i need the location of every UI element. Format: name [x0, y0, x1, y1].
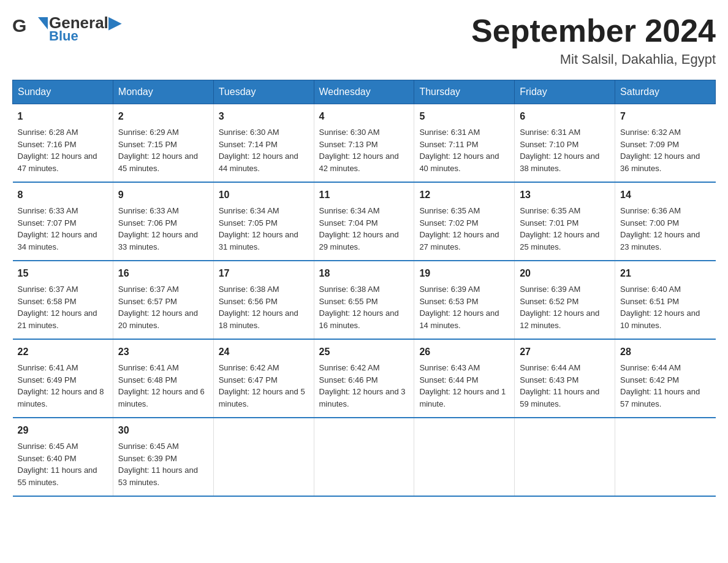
col-sunday: Sunday [13, 80, 113, 104]
daylight-label: Daylight: 12 hours and 33 minutes. [118, 230, 198, 251]
sunset-label: Sunset: 6:48 PM [118, 375, 177, 385]
sunset-label: Sunset: 7:10 PM [520, 140, 578, 149]
sunrise-label: Sunrise: 6:29 AM [118, 128, 179, 137]
calendar-day-cell [515, 418, 615, 496]
page-header: G General▶ Blue September 2024 Mit Salsi… [12, 12, 716, 67]
day-info: Sunrise: 6:33 AM Sunset: 7:07 PM Dayligh… [18, 205, 108, 253]
calendar-day-cell: 25 Sunrise: 6:42 AM Sunset: 6:46 PM Dayl… [314, 339, 414, 418]
sunset-label: Sunset: 7:02 PM [419, 218, 478, 228]
day-number: 5 [419, 109, 509, 124]
sunset-label: Sunset: 7:07 PM [18, 218, 77, 228]
sunset-label: Sunset: 7:15 PM [118, 140, 177, 149]
daylight-label: Daylight: 12 hours and 45 minutes. [118, 151, 198, 173]
calendar-week-row: 22 Sunrise: 6:41 AM Sunset: 6:49 PM Dayl… [13, 339, 716, 418]
daylight-label: Daylight: 12 hours and 8 minutes. [18, 387, 104, 408]
sunrise-label: Sunrise: 6:39 AM [419, 285, 480, 294]
daylight-label: Daylight: 12 hours and 5 minutes. [219, 387, 305, 408]
day-number: 15 [18, 266, 108, 281]
calendar-day-cell: 12 Sunrise: 6:35 AM Sunset: 7:02 PM Dayl… [414, 182, 515, 261]
calendar-day-cell: 14 Sunrise: 6:36 AM Sunset: 7:00 PM Dayl… [615, 182, 716, 261]
day-number: 21 [620, 266, 710, 281]
day-info: Sunrise: 6:34 AM Sunset: 7:05 PM Dayligh… [219, 205, 309, 253]
sunset-label: Sunset: 7:13 PM [319, 140, 378, 149]
day-info: Sunrise: 6:35 AM Sunset: 7:01 PM Dayligh… [520, 205, 610, 253]
day-number: 11 [319, 188, 409, 202]
logo-blue-indicator: ▶ [108, 13, 121, 32]
day-info: Sunrise: 6:45 AM Sunset: 6:39 PM Dayligh… [118, 440, 208, 488]
sunrise-label: Sunrise: 6:44 AM [520, 363, 580, 372]
daylight-label: Daylight: 11 hours and 59 minutes. [520, 387, 599, 408]
calendar-week-row: 15 Sunrise: 6:37 AM Sunset: 6:58 PM Dayl… [13, 261, 716, 339]
daylight-label: Daylight: 12 hours and 21 minutes. [18, 308, 97, 330]
day-info: Sunrise: 6:37 AM Sunset: 6:58 PM Dayligh… [18, 283, 108, 331]
daylight-label: Daylight: 12 hours and 18 minutes. [219, 308, 298, 330]
logo: G General▶ Blue [12, 12, 121, 46]
day-number: 17 [219, 266, 309, 281]
day-info: Sunrise: 6:33 AM Sunset: 7:06 PM Dayligh… [118, 205, 208, 253]
day-info: Sunrise: 6:38 AM Sunset: 6:56 PM Dayligh… [219, 283, 309, 331]
sunset-label: Sunset: 6:52 PM [520, 297, 578, 306]
day-number: 1 [18, 109, 108, 124]
sunrise-label: Sunrise: 6:36 AM [620, 206, 681, 215]
daylight-label: Daylight: 12 hours and 20 minutes. [118, 308, 198, 330]
logo-blue-text: Blue [49, 28, 78, 44]
day-info: Sunrise: 6:31 AM Sunset: 7:11 PM Dayligh… [419, 126, 509, 174]
sunrise-label: Sunrise: 6:28 AM [18, 128, 78, 137]
sunset-label: Sunset: 7:04 PM [319, 218, 378, 228]
sunset-label: Sunset: 7:14 PM [219, 140, 278, 149]
day-number: 29 [18, 423, 108, 438]
daylight-label: Daylight: 12 hours and 16 minutes. [319, 308, 399, 330]
day-number: 2 [118, 109, 208, 124]
sunrise-label: Sunrise: 6:38 AM [219, 285, 279, 294]
day-info: Sunrise: 6:28 AM Sunset: 7:16 PM Dayligh… [18, 126, 108, 174]
calendar-day-cell: 27 Sunrise: 6:44 AM Sunset: 6:43 PM Dayl… [515, 339, 615, 418]
sunset-label: Sunset: 6:42 PM [620, 375, 679, 385]
day-info: Sunrise: 6:42 AM Sunset: 6:46 PM Dayligh… [319, 362, 409, 410]
calendar-day-cell: 1 Sunrise: 6:28 AM Sunset: 7:16 PM Dayli… [13, 104, 113, 183]
daylight-label: Daylight: 12 hours and 10 minutes. [620, 308, 700, 330]
day-info: Sunrise: 6:36 AM Sunset: 7:00 PM Dayligh… [620, 205, 710, 253]
day-number: 9 [118, 188, 208, 202]
day-info: Sunrise: 6:45 AM Sunset: 6:40 PM Dayligh… [18, 440, 108, 488]
sunset-label: Sunset: 6:40 PM [18, 454, 77, 463]
day-info: Sunrise: 6:41 AM Sunset: 6:48 PM Dayligh… [118, 362, 208, 410]
day-number: 14 [620, 188, 710, 202]
day-info: Sunrise: 6:39 AM Sunset: 6:52 PM Dayligh… [520, 283, 610, 331]
sunset-label: Sunset: 7:01 PM [520, 218, 578, 228]
calendar-day-cell: 7 Sunrise: 6:32 AM Sunset: 7:09 PM Dayli… [615, 104, 716, 183]
calendar-subtitle: Mit Salsil, Dakahlia, Egypt [471, 52, 716, 67]
sunrise-label: Sunrise: 6:38 AM [319, 285, 380, 294]
daylight-label: Daylight: 11 hours and 53 minutes. [118, 465, 198, 487]
calendar-day-cell: 6 Sunrise: 6:31 AM Sunset: 7:10 PM Dayli… [515, 104, 615, 183]
calendar-day-cell: 10 Sunrise: 6:34 AM Sunset: 7:05 PM Dayl… [213, 182, 314, 261]
sunrise-label: Sunrise: 6:41 AM [118, 363, 179, 372]
sunset-label: Sunset: 6:44 PM [419, 375, 478, 385]
day-info: Sunrise: 6:29 AM Sunset: 7:15 PM Dayligh… [118, 126, 208, 174]
sunrise-label: Sunrise: 6:34 AM [319, 206, 380, 215]
day-number: 23 [118, 345, 208, 359]
day-info: Sunrise: 6:30 AM Sunset: 7:13 PM Dayligh… [319, 126, 409, 174]
day-info: Sunrise: 6:40 AM Sunset: 6:51 PM Dayligh… [620, 283, 710, 331]
calendar-day-cell: 21 Sunrise: 6:40 AM Sunset: 6:51 PM Dayl… [615, 261, 716, 339]
calendar-week-row: 8 Sunrise: 6:33 AM Sunset: 7:07 PM Dayli… [13, 182, 716, 261]
calendar-day-cell: 2 Sunrise: 6:29 AM Sunset: 7:15 PM Dayli… [113, 104, 213, 183]
daylight-label: Daylight: 12 hours and 29 minutes. [319, 230, 399, 251]
daylight-label: Daylight: 12 hours and 27 minutes. [419, 230, 499, 251]
sunset-label: Sunset: 6:43 PM [520, 375, 578, 385]
day-info: Sunrise: 6:37 AM Sunset: 6:57 PM Dayligh… [118, 283, 208, 331]
daylight-label: Daylight: 12 hours and 34 minutes. [18, 230, 97, 251]
sunrise-label: Sunrise: 6:39 AM [520, 285, 580, 294]
daylight-label: Daylight: 12 hours and 23 minutes. [620, 230, 700, 251]
calendar-day-cell: 4 Sunrise: 6:30 AM Sunset: 7:13 PM Dayli… [314, 104, 414, 183]
col-tuesday: Tuesday [213, 80, 314, 104]
title-area: September 2024 Mit Salsil, Dakahlia, Egy… [471, 12, 716, 67]
calendar-day-cell [213, 418, 314, 496]
calendar-body: 1 Sunrise: 6:28 AM Sunset: 7:16 PM Dayli… [13, 104, 716, 497]
daylight-label: Daylight: 12 hours and 38 minutes. [520, 151, 599, 173]
calendar-header: Sunday Monday Tuesday Wednesday Thursday… [13, 80, 716, 104]
day-number: 13 [520, 188, 610, 202]
day-number: 16 [118, 266, 208, 281]
calendar-day-cell: 19 Sunrise: 6:39 AM Sunset: 6:53 PM Dayl… [414, 261, 515, 339]
calendar-week-row: 29 Sunrise: 6:45 AM Sunset: 6:40 PM Dayl… [13, 418, 716, 496]
calendar-day-cell: 18 Sunrise: 6:38 AM Sunset: 6:55 PM Dayl… [314, 261, 414, 339]
